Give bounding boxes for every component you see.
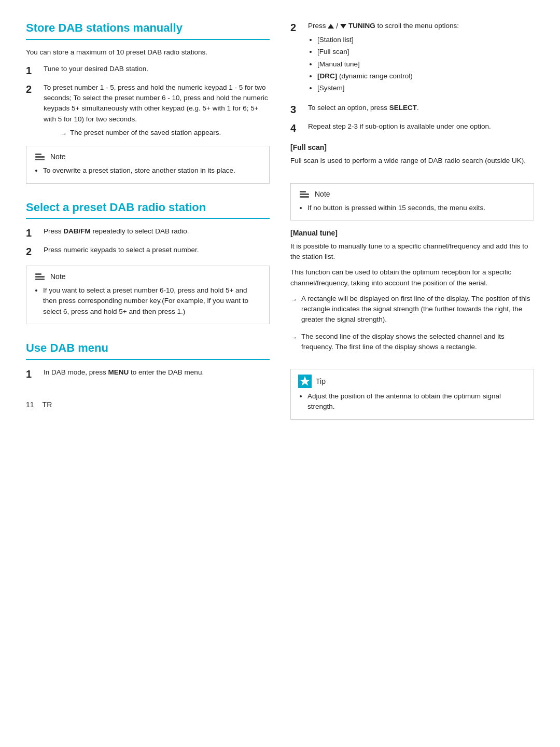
- arrow-symbol: →: [60, 129, 67, 139]
- select-note-icon: [34, 272, 46, 282]
- tip-star-icon: [298, 375, 312, 388]
- use-dab-steps: 1 In DAB mode, press MENU to enter the D…: [26, 367, 270, 381]
- tip-item-1: Adjust the position of the antenna to ob…: [307, 391, 526, 412]
- select-step-1-text: Press DAB/FM repeatedly to select DAB ra…: [44, 226, 270, 237]
- option-drc: [DRC] (dynamic range control): [317, 71, 534, 81]
- tip-label: Tip: [316, 376, 326, 387]
- note-header: Note: [34, 151, 262, 162]
- option-full-scan: [Full scan]: [317, 47, 534, 57]
- manualtune-arrow-2: → The second line of the display shows t…: [290, 331, 534, 353]
- store-dab-note: Note To overwrite a preset station, stor…: [26, 146, 270, 183]
- tip-list: Adjust the position of the antenna to ob…: [298, 391, 526, 412]
- fullscan-title: [Full scan]: [290, 143, 534, 151]
- select-note-item-1: If you want to select a preset number 6-…: [43, 285, 262, 317]
- note-label: Note: [50, 151, 66, 162]
- right-step-2-text: Press / TUNING to scroll the menu option…: [308, 21, 534, 96]
- tuning-label: TUNING: [348, 22, 375, 30]
- note-icon: [34, 152, 46, 162]
- fullscan-text: Full scan is used to perform a wide rang…: [290, 156, 534, 166]
- manualtune-title: [Manual tune]: [290, 229, 534, 237]
- note-item-1: To overwrite a preset station, store ano…: [43, 165, 262, 176]
- section-store-dab: Store DAB stations manually You can stor…: [26, 21, 270, 184]
- use-dab-step-1: 1 In DAB mode, press MENU to enter the D…: [26, 367, 270, 381]
- select-preset-note: Note If you want to select a preset numb…: [26, 266, 270, 324]
- section-store-dab-title: Store DAB stations manually: [26, 21, 270, 40]
- left-column: Store DAB stations manually You can stor…: [26, 21, 270, 427]
- section-use-dab-menu: Use DAB menu 1 In DAB mode, press MENU t…: [26, 341, 270, 381]
- tip-box: Tip Adjust the position of the antenna t…: [290, 369, 534, 420]
- tip-header: Tip: [298, 375, 526, 388]
- step-2-arrow-text: The preset number of the saved station a…: [70, 128, 221, 138]
- page-number: 11: [26, 400, 34, 409]
- right-note-1: Note If no button is pressed within 15 s…: [290, 183, 534, 220]
- store-dab-step-1: 1 Tune to your desired DAB station.: [26, 64, 270, 77]
- select-preset-note-list: If you want to select a preset number 6-…: [34, 285, 262, 317]
- section-select-preset-title: Select a preset DAB radio station: [26, 200, 270, 219]
- step-num-1: 1: [26, 64, 40, 77]
- option-manual-tune: [Manual tune]: [317, 59, 534, 70]
- manualtune-section: [Manual tune] It is possible to manually…: [290, 229, 534, 352]
- page-language: TR: [43, 400, 52, 409]
- arrow-down-icon: [340, 24, 346, 29]
- use-dab-step-1-text: In DAB mode, press MENU to enter the DAB…: [44, 367, 270, 378]
- store-dab-steps: 1 Tune to your desired DAB station. 2 To…: [26, 64, 270, 139]
- step-num-s2: 2: [26, 245, 40, 258]
- menu-options-list: [Station list] [Full scan] [Manual tune]…: [308, 35, 534, 93]
- select-preset-step-1: 1 Press DAB/FM repeatedly to select DAB …: [26, 226, 270, 240]
- manualtune-arrow-2-text: The second line of the display shows the…: [301, 331, 534, 353]
- manualtune-arrow-1-text: A rectangle will be displayed on first l…: [301, 294, 534, 325]
- select-step-2-text: Press numeric keypads to select a preset…: [44, 245, 270, 255]
- right-step-4: 4 Repeat step 2-3 if sub-option is avail…: [290, 121, 534, 135]
- right-step-3-text: To select an option, press SELECT.: [308, 103, 534, 113]
- section-select-preset: Select a preset DAB radio station 1 Pres…: [26, 200, 270, 324]
- slash-separator: /: [336, 21, 338, 32]
- page-footer: 11 TR: [26, 397, 270, 409]
- dab-fm-label: DAB/FM: [63, 227, 91, 235]
- right-note-1-list: If no button is pressed within 15 second…: [298, 203, 526, 213]
- manualtune-para2: This function can be used to obtain the …: [290, 267, 534, 288]
- arrow-up-icon: [328, 24, 334, 29]
- right-note-1-icon: [298, 189, 311, 199]
- right-step-2: 2 Press / TUNING to scroll the menu opti…: [290, 21, 534, 96]
- right-note-item-1: If no button is pressed within 15 second…: [307, 203, 526, 213]
- select-label: SELECT: [389, 104, 417, 112]
- right-step-4-text: Repeat step 2-3 if sub-option is availab…: [308, 121, 534, 132]
- fullscan-section: [Full scan] Full scan is used to perform…: [290, 143, 534, 166]
- step-2-arrow: → The preset number of the saved station…: [60, 128, 270, 139]
- step-num-2: 2: [26, 82, 40, 96]
- step-num-d1: 1: [26, 367, 40, 381]
- right-step-num-3: 3: [290, 103, 305, 116]
- manualtune-arrow-symbol-2: →: [290, 333, 297, 343]
- tuning-arrows: /: [328, 21, 346, 32]
- manualtune-arrow-symbol-1: →: [290, 295, 297, 305]
- section-store-dab-intro: You can store a maximum of 10 preset DAB…: [26, 47, 270, 58]
- select-note-label: Note: [50, 271, 66, 282]
- step-num-s1: 1: [26, 226, 40, 240]
- right-column: 2 Press / TUNING to scroll the menu opti…: [290, 21, 534, 427]
- option-system: [System]: [317, 83, 534, 93]
- store-dab-step-2: 2 To preset number 1 - 5, press and hold…: [26, 82, 270, 139]
- manualtune-arrow-1: → A rectangle will be displayed on first…: [290, 294, 534, 325]
- right-step-3: 3 To select an option, press SELECT.: [290, 103, 534, 116]
- right-note-1-label: Note: [315, 189, 330, 200]
- right-step-num-2: 2: [290, 21, 305, 34]
- right-step-num-4: 4: [290, 121, 305, 135]
- step-2-text: To preset number 1 - 5, press and hold t…: [44, 82, 270, 139]
- select-preset-steps: 1 Press DAB/FM repeatedly to select DAB …: [26, 226, 270, 258]
- option-station-list: [Station list]: [317, 35, 534, 45]
- right-note-1-header: Note: [298, 189, 526, 200]
- store-dab-note-list: To overwrite a preset station, store ano…: [34, 165, 262, 176]
- section-use-dab-menu-title: Use DAB menu: [26, 341, 270, 360]
- step-1-text: Tune to your desired DAB station.: [44, 64, 270, 74]
- manualtune-para1: It is possible to manually tune to a spe…: [290, 241, 534, 262]
- menu-label: MENU: [108, 368, 129, 376]
- select-note-header: Note: [34, 271, 262, 282]
- select-preset-step-2: 2 Press numeric keypads to select a pres…: [26, 245, 270, 258]
